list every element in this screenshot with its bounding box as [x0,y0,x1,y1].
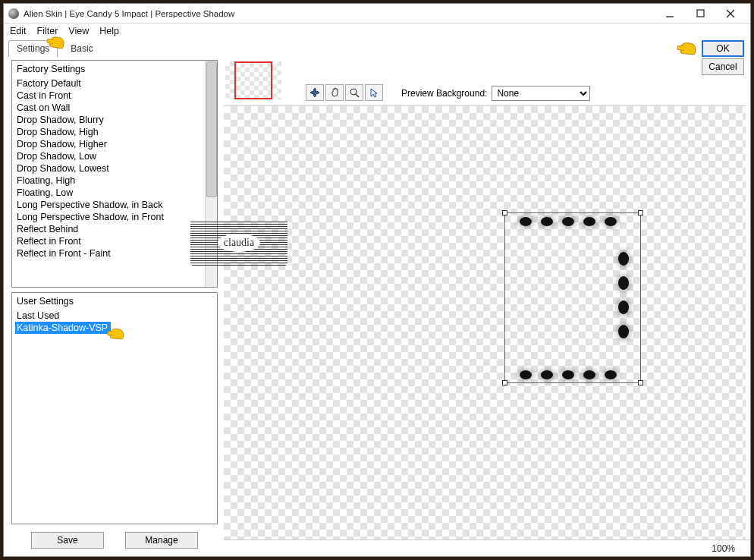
list-item[interactable]: Drop Shadow, Lowest [15,162,203,175]
resize-handle[interactable] [638,210,643,216]
svg-point-4 [350,89,357,95]
hand-tool-icon[interactable] [325,84,344,101]
app-icon [8,8,19,19]
user-settings-list[interactable]: User Settings Last Used Katinka-Shadow-V… [11,292,218,524]
preview-bg-label: Preview Background: [401,88,487,99]
pointer-hand-icon [109,328,124,339]
factory-header: Factory Settings [15,62,203,77]
window-controls [655,5,746,22]
maximize-button[interactable] [685,5,715,22]
preview-canvas[interactable]: claudia [224,105,746,540]
resize-handle[interactable] [502,380,507,385]
list-item[interactable]: Drop Shadow, Low [15,150,203,162]
manage-button[interactable]: Manage [125,532,198,549]
menu-help[interactable]: Help [99,26,119,36]
resize-handle[interactable] [502,210,507,216]
list-item[interactable]: Long Perspective Shadow, in Back [15,199,203,211]
preview-toolbar: Preview Background: None [224,57,750,104]
preview-pane: Preview Background: None claudia [224,57,750,556]
menu-filter[interactable]: Filter [37,26,58,36]
menu-edit[interactable]: Edit [10,26,27,36]
content-area: Factory Settings Factory Default Cast in… [4,57,750,556]
list-item[interactable]: Drop Shadow, Higher [15,138,203,150]
list-item[interactable]: Reflect Behind [15,223,203,235]
list-item[interactable]: Reflect in Front [15,235,203,247]
list-item[interactable]: Long Perspective Shadow, in Front [15,211,203,223]
list-item[interactable]: Reflect in Front - Faint [15,247,203,260]
pointer-hand-icon [680,42,696,55]
preview-object [520,370,617,379]
minimize-button[interactable] [655,5,685,22]
factory-settings-list[interactable]: Factory Settings Factory Default Cast in… [11,60,218,288]
window-title: Alien Skin | Eye Candy 5 Impact | Perspe… [24,9,234,18]
menu-view[interactable]: View [68,26,89,36]
list-item[interactable]: Drop Shadow, Blurry [15,114,203,126]
status-bar: 100% [224,540,750,556]
preview-background-control: Preview Background: None [401,86,590,101]
save-button[interactable]: Save [31,532,104,549]
resize-handle[interactable] [638,380,643,385]
tool-buttons [306,84,383,101]
thumbnail-strip[interactable] [230,58,283,102]
menu-bar: Edit Filter View Help [4,24,750,39]
settings-buttons: Save Manage [11,529,218,552]
pointer-tool-icon[interactable] [365,84,383,101]
zoom-tool-icon[interactable] [345,84,363,101]
list-item[interactable]: Cast on Wall [15,102,203,114]
scrollbar-thumb[interactable] [206,61,217,197]
titlebar: Alien Skin | Eye Candy 5 Impact | Perspe… [4,4,750,24]
list-item[interactable]: Floating, High [15,175,203,187]
list-item[interactable]: Cast in Front [15,90,203,102]
dialog-window: Alien Skin | Eye Candy 5 Impact | Perspe… [3,3,751,557]
preview-object [618,252,629,338]
move-tool-icon[interactable] [306,84,324,101]
tabs-row: Settings Basic OK Cancel [4,39,750,57]
user-header: User Settings [15,294,203,310]
list-item[interactable]: Drop Shadow, High [15,126,203,138]
settings-pane: Factory Settings Factory Default Cast in… [4,57,224,556]
list-item[interactable]: Factory Default [15,77,203,90]
list-item-last-used[interactable]: Last Used [15,310,203,322]
list-item[interactable]: Floating, Low [15,187,203,199]
preview-object [520,217,617,226]
watermark: claudia [190,220,287,266]
svg-rect-1 [697,10,704,17]
tab-basic[interactable]: Basic [62,40,101,57]
list-item-selected[interactable]: Katinka-Shadow-VSP [15,322,111,334]
close-button[interactable] [715,5,746,22]
ok-button[interactable]: OK [702,40,744,57]
preview-bg-select[interactable]: None [492,86,590,101]
svg-line-5 [356,94,359,97]
zoom-level: 100% [712,543,735,554]
